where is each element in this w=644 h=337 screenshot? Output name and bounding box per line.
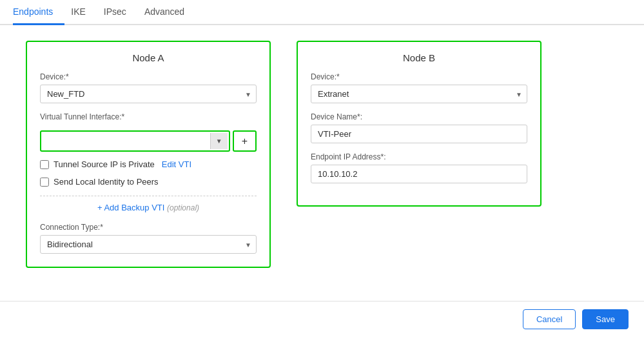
node-b-device-select[interactable]: Extranet Other bbox=[311, 85, 527, 103]
vti-label: Virtual Tunnel Interface:* bbox=[40, 112, 257, 121]
vti-input[interactable] bbox=[43, 133, 210, 149]
tunnel-source-checkbox[interactable] bbox=[40, 160, 49, 169]
main-container: Endpoints IKE IPsec Advanced Node A Devi… bbox=[0, 0, 644, 337]
tab-advanced[interactable]: Advanced bbox=[144, 0, 196, 25]
edit-vti-link[interactable]: Edit VTI bbox=[162, 159, 191, 169]
node-b-title: Node B bbox=[311, 52, 527, 63]
node-a-device-label: Device:* bbox=[40, 72, 257, 81]
node-a-device-select[interactable]: New_FTD Other bbox=[40, 85, 257, 103]
node-b-device-name-input[interactable] bbox=[311, 125, 527, 143]
send-identity-row: Send Local Identity to Peers bbox=[40, 177, 257, 187]
optional-text: (optional) bbox=[167, 203, 199, 212]
node-b-endpoint-ip-section: Endpoint IP Address*: bbox=[311, 152, 527, 183]
add-backup-row: + Add Backup VTI (optional) bbox=[40, 196, 257, 212]
tunnel-source-row: Tunnel Source IP is Private Edit VTI bbox=[40, 159, 257, 169]
node-a-device-select-wrapper: New_FTD Other ▼ bbox=[40, 85, 257, 103]
cancel-button[interactable]: Cancel bbox=[523, 309, 576, 329]
send-identity-label: Send Local Identity to Peers bbox=[54, 177, 159, 187]
node-b-device-select-wrapper: Extranet Other ▼ bbox=[311, 85, 527, 103]
node-b-endpoint-ip-input[interactable] bbox=[311, 165, 527, 183]
node-a-title: Node A bbox=[40, 52, 257, 63]
node-b-device-name-label: Device Name*: bbox=[311, 112, 527, 121]
node-b-device-name-section: Device Name*: bbox=[311, 112, 527, 143]
tabs-bar: Endpoints IKE IPsec Advanced bbox=[0, 0, 644, 25]
node-b-endpoint-ip-label: Endpoint IP Address*: bbox=[311, 152, 527, 161]
nodes-row: Node A Device:* New_FTD Other ▼ Virtual … bbox=[26, 41, 618, 268]
vti-add-button[interactable]: + bbox=[233, 130, 257, 152]
vti-row: ▼ + bbox=[40, 130, 257, 152]
vti-dropdown-button[interactable]: ▼ bbox=[210, 133, 228, 149]
tab-endpoints[interactable]: Endpoints bbox=[13, 0, 64, 25]
node-b-device-section: Device:* Extranet Other ▼ bbox=[311, 72, 527, 103]
vti-section: Virtual Tunnel Interface:* ▼ + bbox=[40, 112, 257, 152]
connection-type-section: Connection Type:* Bidirectional Answer O… bbox=[40, 223, 257, 254]
tab-ipsec[interactable]: IPsec bbox=[104, 0, 138, 25]
vti-input-wrapper: ▼ bbox=[40, 130, 230, 152]
footer: Cancel Save bbox=[0, 301, 644, 337]
node-b-device-label: Device:* bbox=[311, 72, 527, 81]
tunnel-source-label: Tunnel Source IP is Private bbox=[54, 159, 155, 169]
send-identity-checkbox[interactable] bbox=[40, 178, 49, 187]
node-a-panel: Node A Device:* New_FTD Other ▼ Virtual … bbox=[26, 41, 271, 268]
connection-type-select[interactable]: Bidirectional Answer Only Initiate Only bbox=[40, 235, 257, 254]
add-backup-link[interactable]: + Add Backup VTI bbox=[97, 203, 164, 212]
save-button[interactable]: Save bbox=[582, 309, 629, 329]
connection-type-label: Connection Type:* bbox=[40, 223, 257, 232]
content-area: Node A Device:* New_FTD Other ▼ Virtual … bbox=[0, 25, 644, 301]
tab-ike[interactable]: IKE bbox=[71, 0, 97, 25]
node-b-panel: Node B Device:* Extranet Other ▼ Device … bbox=[297, 41, 542, 207]
connection-type-select-wrapper: Bidirectional Answer Only Initiate Only … bbox=[40, 235, 257, 254]
